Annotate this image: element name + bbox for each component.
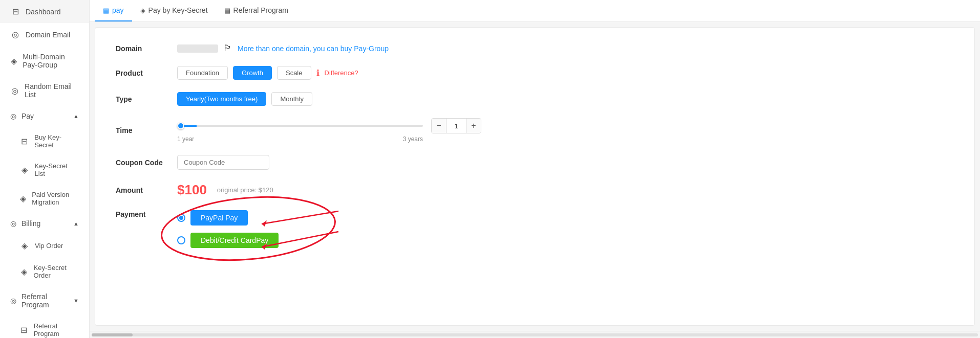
dashboard-icon: ⊟ (10, 7, 20, 16)
coupon-label: Coupon Code (116, 159, 177, 167)
sidebar-label-pay: Pay (22, 112, 34, 120)
tab-pay-label: pay (112, 6, 124, 14)
card-pay-button[interactable]: Debit/Credit CardPay (190, 233, 279, 248)
main-content: Domain 🏳 More than one domain, you can b… (95, 27, 975, 326)
card-radio[interactable] (177, 236, 185, 244)
difference-icon: ℹ (316, 68, 319, 78)
sidebar-label-referral-program: Referral Program (22, 292, 73, 309)
sidebar-label-buy-key-secret: Buy Key-Secret (34, 133, 79, 149)
slider-mid-label: 3 years (403, 136, 423, 143)
tab-pay-icon: ▤ (103, 7, 109, 14)
scrollbar-track (92, 333, 978, 336)
billing-icon: ◎ (10, 219, 16, 228)
domain-control: 🏳 More than one domain, you can buy Pay-… (177, 43, 389, 54)
amount-price: $100 (177, 182, 207, 198)
payment-row: Payment (116, 210, 954, 248)
scrollbar-thumb (92, 333, 133, 336)
sidebar-item-paid-version-migration[interactable]: ◈ Paid Version Migration (0, 184, 89, 213)
time-control: − 1 + 1 year 3 years (177, 118, 481, 143)
tab-pay-by-key-secret[interactable]: ◈ Pay by Key-Secret (132, 0, 216, 21)
amount-row: Amount $100 original price: $120 (116, 182, 954, 198)
sidebar-item-pay[interactable]: ◎ Pay ▲ (0, 105, 89, 127)
type-label: Type (116, 95, 177, 103)
domain-row: Domain 🏳 More than one domain, you can b… (116, 43, 954, 54)
type-control: Yearly(Two months free) Monthly (177, 92, 312, 106)
coupon-input[interactable] (177, 155, 269, 170)
sidebar-item-referral-program-sub[interactable]: ⊟ Referral Program (0, 316, 89, 338)
sidebar-label-dashboard: Dashboard (26, 8, 61, 16)
sidebar-label-random-email: Random Email List (25, 82, 79, 99)
time-row: Time − 1 + 1 year 3 years (116, 118, 954, 143)
sidebar-label-domain-email: Domain Email (26, 31, 70, 39)
coupon-row: Coupon Code (116, 155, 954, 170)
sidebar-item-billing[interactable]: ◎ Billing ▲ (0, 213, 89, 234)
random-email-icon: ◎ (10, 86, 19, 96)
sidebar-item-buy-key-secret[interactable]: ⊟ Buy Key-Secret (0, 127, 89, 155)
sidebar-label-paid-version-migration: Paid Version Migration (32, 191, 79, 206)
amount-label: Amount (116, 186, 177, 194)
referral-chevron-icon: ▼ (73, 298, 79, 304)
main-area: ▤ pay ◈ Pay by Key-Secret ▤ Referral Pro… (90, 0, 980, 338)
referral-sub-icon: ⊟ (19, 325, 29, 335)
paypal-option: PayPal Pay (177, 210, 279, 226)
sidebar: ⊟ Dashboard ◎ Domain Email ◈ Multi-Domai… (0, 0, 90, 338)
sidebar-item-random-email[interactable]: ◎ Random Email List (0, 76, 89, 105)
payment-control: PayPal Pay Debit/Credit CardPay (177, 210, 279, 248)
time-slider[interactable] (177, 125, 423, 127)
stepper-value: 1 (446, 119, 466, 133)
paid-version-migration-icon: ◈ (19, 194, 27, 204)
sidebar-label-key-secret-order: Key-Secret Order (34, 264, 79, 279)
sidebar-label-key-secret-list: Key-Secret List (35, 162, 79, 177)
tab-pay[interactable]: ▤ pay (95, 0, 132, 21)
sidebar-item-key-secret-list[interactable]: ◈ Key-Secret List (0, 155, 89, 184)
product-btn-foundation[interactable]: Foundation (177, 66, 228, 80)
buy-key-secret-icon: ⊟ (19, 137, 29, 146)
tab-bar: ▤ pay ◈ Pay by Key-Secret ▤ Referral Pro… (90, 0, 980, 22)
sidebar-label-vip-order: Vip Order (35, 242, 63, 250)
domain-flag: 🏳 (223, 43, 232, 54)
vip-order-icon: ◈ (19, 241, 30, 251)
product-label: Product (116, 69, 177, 77)
stepper-increment[interactable]: + (466, 119, 481, 133)
key-secret-order-icon: ◈ (19, 267, 29, 277)
domain-email-icon: ◎ (10, 30, 20, 39)
domain-more-link[interactable]: More than one domain, you can buy Pay-Gr… (238, 44, 389, 53)
sidebar-item-referral-program[interactable]: ◎ Referral Program ▼ (0, 286, 89, 316)
tab-referral-program[interactable]: ▤ Referral Program (216, 0, 296, 21)
amount-control: $100 original price: $120 (177, 182, 273, 198)
difference-link[interactable]: Difference? (325, 69, 358, 77)
type-btn-yearly[interactable]: Yearly(Two months free) (177, 92, 266, 106)
pay-icon: ◎ (10, 112, 16, 120)
paypal-radio[interactable] (177, 214, 185, 222)
product-btn-growth[interactable]: Growth (233, 66, 272, 80)
paypal-pay-button[interactable]: PayPal Pay (190, 210, 248, 226)
billing-chevron-icon: ▲ (73, 220, 79, 227)
payment-options: PayPal Pay Debit/Credit CardPay (177, 210, 279, 248)
stepper-decrement[interactable]: − (432, 119, 446, 133)
type-btn-monthly[interactable]: Monthly (271, 92, 312, 106)
time-label: Time (116, 126, 177, 134)
sidebar-item-vip-order[interactable]: ◈ Vip Order (0, 234, 89, 257)
horizontal-scrollbar[interactable] (90, 331, 980, 338)
sidebar-item-dashboard[interactable]: ⊟ Dashboard (0, 0, 89, 23)
product-row: Product Foundation Growth Scale ℹ Differ… (116, 66, 954, 80)
sidebar-label-referral-sub: Referral Program (34, 322, 79, 337)
sidebar-item-multi-domain[interactable]: ◈ Multi-Domain Pay-Group (0, 46, 89, 76)
key-secret-list-icon: ◈ (19, 165, 30, 175)
sidebar-label-multi-domain: Multi-Domain Pay-Group (23, 53, 79, 69)
slider-min-label: 1 year (177, 136, 194, 143)
sidebar-item-domain-email[interactable]: ◎ Domain Email (0, 23, 89, 46)
type-row: Type Yearly(Two months free) Monthly (116, 92, 954, 106)
product-btn-scale[interactable]: Scale (277, 66, 311, 80)
payment-label: Payment (116, 210, 177, 218)
domain-value-blurred (177, 44, 218, 53)
multi-domain-icon: ◈ (10, 56, 17, 66)
card-option: Debit/Credit CardPay (177, 233, 279, 248)
product-control: Foundation Growth Scale ℹ Difference? (177, 66, 358, 80)
slider-container: − 1 + 1 year 3 years (177, 118, 481, 143)
sidebar-item-key-secret-order[interactable]: ◈ Key-Secret Order (0, 257, 89, 286)
tab-key-secret-icon: ◈ (140, 7, 145, 14)
pay-chevron-icon: ▲ (73, 113, 79, 119)
tab-referral-icon: ▤ (224, 7, 230, 14)
tab-key-secret-label: Pay by Key-Secret (148, 6, 208, 14)
